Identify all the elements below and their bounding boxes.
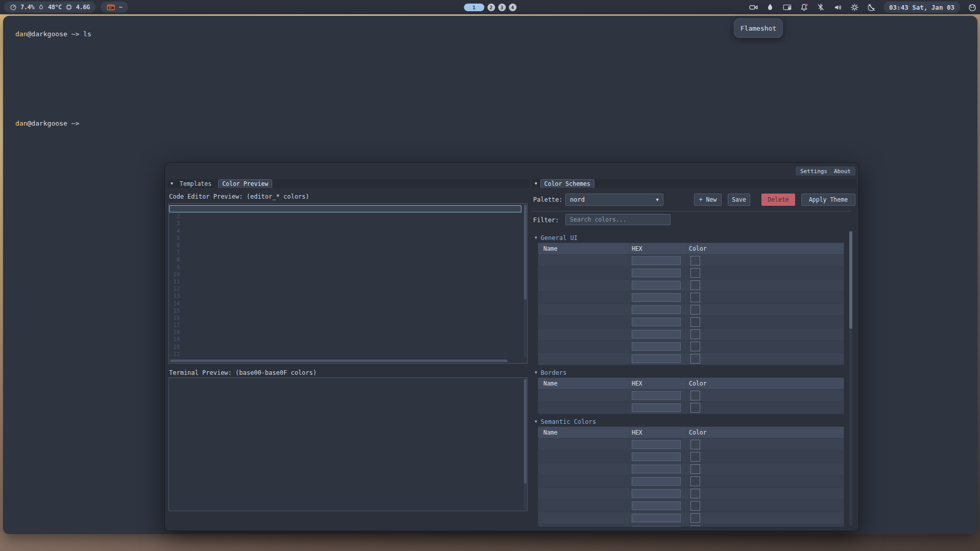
color-row[interactable] xyxy=(538,267,844,279)
notifications-bell-icon[interactable] xyxy=(799,3,808,12)
color-row[interactable] xyxy=(538,328,844,340)
collapse-arrow-icon[interactable]: ▼ xyxy=(535,181,537,186)
color-swatch[interactable] xyxy=(690,305,700,315)
color-swatch[interactable] xyxy=(690,403,700,413)
color-row[interactable] xyxy=(538,279,844,291)
terminal-vertical-scrollbar[interactable] xyxy=(524,379,527,510)
color-row[interactable] xyxy=(538,450,844,463)
workspace-button[interactable]: 2 xyxy=(487,4,495,11)
save-palette-button[interactable]: Save xyxy=(728,194,750,206)
color-row[interactable] xyxy=(538,463,844,475)
apply-theme-button[interactable]: Apply Theme xyxy=(801,194,855,206)
section-header[interactable]: ▼ Semantic Colors xyxy=(533,417,845,426)
collapse-arrow-icon[interactable]: ▼ xyxy=(171,181,173,186)
color-swatch[interactable] xyxy=(690,440,700,449)
color-swatch[interactable] xyxy=(690,293,700,302)
color-swatch[interactable] xyxy=(690,256,700,266)
tab-color-schemes[interactable]: Color Schemes xyxy=(540,179,594,188)
collapse-arrow-icon[interactable]: ▼ xyxy=(535,419,537,424)
color-row[interactable] xyxy=(538,316,844,328)
color-row[interactable] xyxy=(538,512,844,524)
pane-vertical-scrollbar[interactable] xyxy=(849,230,852,525)
clock-widget[interactable]: 03:43 Sat, Jan 03 xyxy=(883,2,960,13)
hex-value-field[interactable] xyxy=(632,477,681,486)
terminal-preview[interactable] xyxy=(169,377,528,511)
hex-value-field[interactable] xyxy=(632,440,681,449)
hex-value-field[interactable] xyxy=(632,281,681,290)
scrollbar-thumb[interactable] xyxy=(849,231,852,329)
editor-vertical-scrollbar[interactable] xyxy=(524,205,527,358)
editor-horizontal-scrollbar[interactable] xyxy=(170,360,522,362)
hex-value-field[interactable] xyxy=(632,293,681,302)
about-button[interactable]: About xyxy=(829,166,855,176)
color-row[interactable] xyxy=(538,352,844,365)
color-swatch[interactable] xyxy=(690,476,700,486)
color-row[interactable] xyxy=(538,291,844,303)
color-row[interactable] xyxy=(538,254,844,267)
color-row[interactable] xyxy=(538,499,844,512)
scrollbar-thumb[interactable] xyxy=(524,379,527,484)
color-swatch[interactable] xyxy=(690,513,700,523)
filter-input[interactable] xyxy=(565,214,671,225)
flameshot-icon[interactable] xyxy=(766,3,775,12)
color-swatch[interactable] xyxy=(690,525,700,526)
color-swatch[interactable] xyxy=(690,391,700,400)
color-swatch[interactable] xyxy=(690,329,700,339)
bluetooth-off-icon[interactable] xyxy=(816,3,825,12)
tab-color-preview[interactable]: Color Preview xyxy=(218,179,272,188)
color-swatch[interactable] xyxy=(690,268,700,278)
hex-value-field[interactable] xyxy=(632,318,681,326)
color-row[interactable] xyxy=(538,438,844,450)
hex-value-field[interactable] xyxy=(632,342,681,351)
hex-value-field[interactable] xyxy=(632,489,681,498)
assistant-owl-icon[interactable] xyxy=(968,3,977,12)
scrollbar-thumb[interactable] xyxy=(170,360,508,362)
color-swatch[interactable] xyxy=(690,501,700,511)
hex-value-field[interactable] xyxy=(632,501,681,510)
hex-value-field[interactable] xyxy=(632,305,681,314)
hex-value-field[interactable] xyxy=(632,465,681,473)
video-camera-icon[interactable] xyxy=(749,3,758,12)
scrollbar-thumb[interactable] xyxy=(524,205,527,300)
terminal-app-badge[interactable]: ~ xyxy=(101,2,128,13)
new-palette-button[interactable]: + New xyxy=(694,194,722,206)
section-header[interactable]: ▼ Borders xyxy=(533,368,845,377)
hex-value-field[interactable] xyxy=(632,330,681,339)
hex-value-field[interactable] xyxy=(632,269,681,277)
palette-select[interactable]: nord ▼ xyxy=(565,194,663,206)
hex-value-field[interactable] xyxy=(632,354,681,363)
hex-value-field[interactable] xyxy=(632,403,681,412)
color-swatch[interactable] xyxy=(690,280,700,290)
collapse-arrow-icon[interactable]: ▼ xyxy=(535,235,537,240)
color-row[interactable] xyxy=(538,475,844,487)
delete-palette-button[interactable]: Delete xyxy=(761,194,795,206)
hex-value-field[interactable] xyxy=(632,452,681,461)
settings-button[interactable]: Settings xyxy=(796,166,832,176)
hex-value-field[interactable] xyxy=(632,256,681,265)
hex-value-field[interactable] xyxy=(632,391,681,400)
tab-templates[interactable]: Templates xyxy=(176,180,215,188)
color-swatch[interactable] xyxy=(690,489,700,498)
brightness-icon[interactable] xyxy=(850,3,859,12)
night-light-off-icon[interactable] xyxy=(867,3,876,12)
color-row[interactable] xyxy=(538,389,844,401)
color-swatch[interactable] xyxy=(690,464,700,474)
color-row[interactable] xyxy=(538,303,844,316)
color-swatch[interactable] xyxy=(690,354,700,364)
color-row[interactable] xyxy=(538,524,844,526)
section-header[interactable]: ▼ General UI xyxy=(533,233,845,243)
collapse-arrow-icon[interactable]: ▼ xyxy=(535,370,537,375)
color-row[interactable] xyxy=(538,401,844,414)
color-swatch[interactable] xyxy=(690,452,700,462)
workspace-button[interactable]: 4 xyxy=(509,4,516,11)
color-swatch[interactable] xyxy=(690,342,700,351)
workspace-button[interactable]: 3 xyxy=(498,4,506,11)
code-editor-preview[interactable]: 2 3 xyxy=(169,203,528,364)
color-swatch[interactable] xyxy=(690,317,700,327)
color-row[interactable] xyxy=(538,340,844,352)
volume-icon[interactable] xyxy=(833,3,842,12)
color-row[interactable] xyxy=(538,487,844,499)
screen-capture-lock-icon[interactable] xyxy=(782,3,792,12)
hex-value-field[interactable] xyxy=(632,526,681,526)
hex-value-field[interactable] xyxy=(632,514,681,522)
